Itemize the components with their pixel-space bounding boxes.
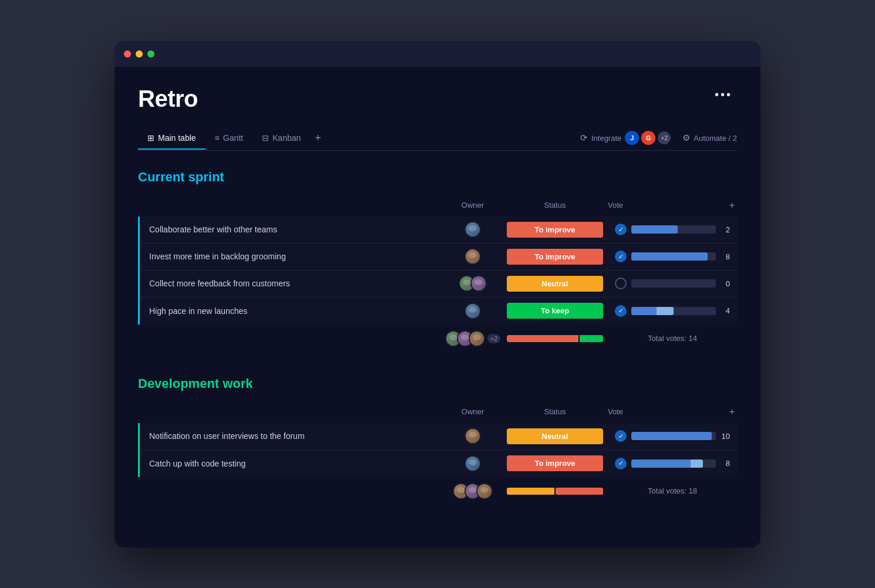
row-label: Collaborate better with other teams (140, 218, 443, 241)
avatar (476, 483, 493, 499)
avatar (469, 330, 485, 347)
vote-count: 2 (721, 225, 730, 234)
vote-cell: ✓ 2 (608, 224, 737, 235)
automate-button[interactable]: ⚙ Automate / 2 (682, 133, 737, 143)
row-owner (443, 248, 502, 265)
row-owner (443, 303, 502, 319)
row-owner (443, 221, 502, 238)
summary-votes: Total votes: 18 (608, 486, 737, 495)
close-button[interactable] (124, 50, 131, 58)
vote-bar-container (631, 459, 716, 468)
vote-count: 8 (721, 252, 730, 261)
app-window: Retro ••• ⊞ Main table ≡ Gantt ⊟ Kanban … (115, 41, 760, 548)
status-badge: To keep (507, 303, 603, 319)
add-column-button[interactable]: + (727, 198, 737, 213)
kanban-icon: ⊟ (262, 133, 269, 143)
section-title-development-work: Development work (138, 376, 737, 391)
status-badge: Neutral (507, 276, 603, 292)
integrate-icon: ⟳ (580, 133, 588, 143)
add-tab-button[interactable]: + (310, 126, 326, 150)
table-development-work: Owner Status Vote + Notification on user… (138, 401, 737, 505)
row-owner (443, 455, 502, 472)
status-bar-improve (507, 335, 578, 342)
table-row: High pace in new launches To keep ✓ (140, 298, 737, 325)
tab-bar: ⊞ Main table ≡ Gantt ⊟ Kanban + ⟳ Integr… (138, 126, 737, 151)
row-label: Invest more time in backlog grooming (140, 245, 443, 268)
main-table-icon: ⊞ (147, 133, 154, 143)
main-content: Retro ••• ⊞ Main table ≡ Gantt ⊟ Kanban … (115, 67, 760, 548)
summary-votes: Total votes: 14 (608, 334, 737, 343)
section-current-sprint: Current sprint Owner Status Vote + (138, 170, 737, 353)
vote-bar (631, 459, 691, 468)
vote-count: 8 (721, 459, 730, 468)
vote-bar-secondary (657, 307, 674, 315)
tab-gantt[interactable]: ≡ Gantt (206, 127, 253, 150)
vote-bar-container (631, 252, 716, 261)
status-bar-composite (507, 488, 603, 495)
vote-cell: ✓ 4 (608, 305, 737, 317)
col-header-vote: Vote + (608, 198, 737, 213)
vote-check-icon[interactable]: ✓ (615, 305, 627, 317)
maximize-button[interactable] (147, 50, 154, 58)
vote-check-icon[interactable]: ✓ (615, 458, 627, 469)
status-badge: To improve (507, 455, 603, 471)
status-cell[interactable]: To improve (502, 219, 608, 240)
vote-bar-container (631, 225, 716, 234)
vote-cell: 0 (608, 278, 737, 289)
status-bar-neutral (507, 488, 554, 495)
table-row: Collaborate better with other teams To i… (140, 217, 737, 244)
vote-check-icon[interactable]: ✓ (615, 430, 627, 442)
vote-bar (631, 432, 712, 440)
table-header-current-sprint: Owner Status Vote + (138, 194, 737, 217)
row-label: High pace in new launches (140, 299, 443, 323)
vote-empty-icon[interactable] (615, 278, 627, 289)
row-label: Notification on user interviews to the f… (140, 424, 443, 448)
vote-check-icon[interactable]: ✓ (615, 251, 627, 262)
title-bar (115, 41, 760, 67)
status-cell[interactable]: Neutral (502, 273, 608, 294)
table-row: Collect more feedback from customers Neu… (140, 271, 737, 298)
avatar (465, 221, 481, 238)
row-owner (443, 428, 502, 444)
gitlab-icon: G (641, 131, 655, 145)
avatar-count: +2 (487, 334, 501, 343)
gantt-icon: ≡ (215, 133, 220, 143)
vote-bar-secondary (691, 459, 704, 468)
vote-count: 0 (721, 279, 730, 288)
row-owner (443, 275, 502, 292)
more-integrations: +2 (658, 131, 671, 144)
status-cell[interactable]: Neutral (502, 426, 608, 447)
minimize-button[interactable] (136, 50, 143, 58)
avatar (465, 455, 481, 472)
tab-main-table-label: Main table (158, 133, 196, 143)
row-label: Collect more feedback from customers (140, 272, 443, 295)
add-column-button[interactable]: + (727, 404, 737, 420)
tab-kanban[interactable]: ⊟ Kanban (253, 127, 310, 150)
summary-status (502, 333, 608, 344)
vote-bar-container (631, 432, 716, 440)
avatar-group (459, 275, 487, 292)
page-title: Retro (138, 86, 198, 112)
vote-count: 10 (721, 432, 730, 441)
col-header-vote: Vote + (608, 404, 737, 420)
vote-cell: ✓ 8 (608, 458, 737, 469)
tab-gantt-label: Gantt (223, 133, 243, 143)
vote-cell: ✓ 10 (608, 430, 737, 442)
tab-main-table[interactable]: ⊞ Main table (138, 127, 206, 150)
jira-icon: J (625, 131, 639, 145)
vote-count: 4 (721, 306, 730, 315)
table-row: Catch up with code testing To improve ✓ (140, 450, 737, 477)
vote-bar-container (631, 307, 716, 315)
summary-owner (443, 483, 502, 499)
status-cell[interactable]: To improve (502, 453, 608, 474)
status-badge: To improve (507, 222, 603, 238)
status-bar-keep (580, 335, 604, 342)
integrate-button[interactable]: ⟳ Integrate J G +2 (580, 131, 671, 145)
status-bar-composite (507, 335, 603, 342)
status-cell[interactable]: To improve (502, 246, 608, 267)
vote-check-icon[interactable]: ✓ (615, 224, 627, 235)
status-cell[interactable]: To keep (502, 300, 608, 321)
integration-icons: J G +2 (625, 131, 671, 145)
more-options-button[interactable]: ••• (710, 86, 737, 104)
tab-actions: ⟳ Integrate J G +2 ⚙ Automate / 2 (580, 131, 737, 145)
